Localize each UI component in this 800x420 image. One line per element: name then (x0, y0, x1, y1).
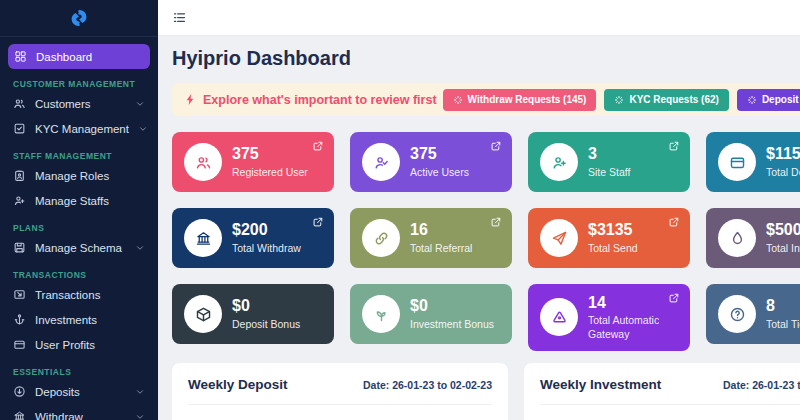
stat-value: $0 (410, 297, 494, 315)
stat-card-total-deposit[interactable]: $1155Total Deposit (706, 132, 800, 192)
panel-date-range: Date: 26-01-23 to 02-02-23 (363, 379, 492, 391)
stat-card-total-tickets[interactable]: 8Total Tickets (706, 284, 800, 344)
sidebar-item-investments[interactable]: Investments (0, 307, 158, 332)
wallet-icon (718, 143, 756, 181)
banner-button-deposit-requests[interactable]: Deposit Requests (737, 89, 800, 111)
external-link-icon[interactable] (490, 216, 502, 228)
stat-value: $1155 (766, 145, 800, 163)
panel-header: Weekly InvestmentDate: 26-01-23 to 02-02… (540, 377, 800, 405)
stat-text: 16Total Referral (410, 221, 472, 255)
stat-card-total-automatic-gateway[interactable]: 14Total Automatic Gateway (528, 284, 690, 351)
sidebar: DashboardCUSTOMER MANAGEMENTCustomersKYC… (0, 0, 158, 420)
stat-value: 16 (410, 221, 472, 239)
stat-text: $200Total Withdraw (232, 221, 301, 255)
stat-value: $200 (232, 221, 301, 239)
nav-section-label: PLANS (13, 223, 145, 233)
logo[interactable] (0, 0, 158, 37)
banner-button-kyc-requests-62[interactable]: KYC Requests (62) (604, 89, 728, 111)
lightning-icon (184, 93, 197, 106)
hyiprio-logo-icon (68, 7, 90, 29)
stat-label: Deposit Bonus (232, 318, 300, 331)
sidebar-item-label: User Profits (35, 339, 95, 351)
stat-text: 8Total Tickets (766, 297, 800, 331)
stat-text: 14Total Automatic Gateway (588, 294, 676, 341)
stat-card-investment-bonus[interactable]: $0Investment Bonus (350, 284, 512, 344)
exchange-icon (13, 288, 26, 301)
page-title: Hyiprio Dashboard (172, 47, 800, 70)
panel-title: Weekly Investment (540, 377, 661, 392)
menu-icon[interactable] (172, 10, 187, 25)
panel-weekly-investment: Weekly InvestmentDate: 26-01-23 to 02-02… (524, 363, 800, 420)
panel-header: Weekly DepositDate: 26-01-23 to 02-02-23 (188, 377, 492, 405)
sidebar-item-kyc-management[interactable]: KYC Management (0, 116, 158, 141)
sidebar-item-manage-roles[interactable]: Manage Roles (0, 163, 158, 188)
sidebar-item-user-profits[interactable]: User Profits (0, 332, 158, 357)
link-icon (362, 219, 400, 257)
drop-icon (718, 219, 756, 257)
stat-cards-grid: 375Registered User375Active Users3Site S… (172, 132, 800, 351)
sidebar-item-label: Manage Roles (35, 170, 109, 182)
sidebar-item-deposits[interactable]: Deposits (0, 379, 158, 404)
stat-label: Site Staff (588, 166, 630, 179)
plant-icon (362, 295, 400, 333)
stat-text: 375Registered User (232, 145, 308, 179)
external-link-icon[interactable] (490, 140, 502, 152)
stat-label: Active Users (410, 166, 469, 179)
banner-button-label: Deposit Requests (762, 94, 800, 105)
stat-card-total-send[interactable]: $3135Total Send (528, 208, 690, 268)
main-area: Hyiprio Dashboard Explore what's importa… (158, 0, 800, 420)
stat-value: $0 (232, 297, 300, 315)
stat-label: Total Automatic Gateway (588, 314, 676, 340)
app-root: DashboardCUSTOMER MANAGEMENTCustomersKYC… (0, 0, 800, 420)
external-link-icon[interactable] (312, 216, 324, 228)
stat-card-total-referral[interactable]: 16Total Referral (350, 208, 512, 268)
banner-button-label: Withdraw Requests (145) (468, 94, 587, 105)
anchor-icon (13, 313, 26, 326)
send-icon (540, 219, 578, 257)
stat-card-deposit-bonus[interactable]: $0Deposit Bonus (172, 284, 334, 344)
stat-card-site-staff[interactable]: 3Site Staff (528, 132, 690, 192)
external-link-icon[interactable] (668, 292, 680, 304)
loop-icon (540, 298, 578, 336)
external-link-icon[interactable] (668, 140, 680, 152)
sidebar-item-label: Dashboard (36, 51, 92, 63)
stat-text: $0Investment Bonus (410, 297, 494, 331)
sidebar-item-customers[interactable]: Customers (0, 91, 158, 116)
sidebar-item-manage-staffs[interactable]: Manage Staffs (0, 188, 158, 213)
sidebar-item-withdraw[interactable]: Withdraw (0, 404, 158, 420)
chevron-down-icon (135, 99, 145, 109)
chevron-down-icon (135, 387, 145, 397)
nav-section-label: ESSENTIALS (13, 367, 145, 377)
stat-text: 375Active Users (410, 145, 469, 179)
sidebar-item-manage-schema[interactable]: Manage Schema (0, 235, 158, 260)
wallet-icon (13, 338, 26, 351)
sidebar-item-transactions[interactable]: Transactions (0, 282, 158, 307)
sun-icon (453, 95, 463, 105)
stat-value: 375 (410, 145, 469, 163)
stat-label: Registered User (232, 166, 308, 179)
users-icon (184, 143, 222, 181)
chevron-down-icon (135, 243, 145, 253)
user-plus-icon (13, 194, 26, 207)
stat-label: Total Tickets (766, 318, 800, 331)
user-check-icon (362, 143, 400, 181)
panel-title: Weekly Deposit (188, 377, 288, 392)
stat-card-total-investment[interactable]: $500Total Investment (706, 208, 800, 268)
sun-icon (747, 95, 757, 105)
stat-card-registered-user[interactable]: 375Registered User (172, 132, 334, 192)
sidebar-item-dashboard[interactable]: Dashboard (8, 44, 150, 69)
banner-text: Explore what's important to review first (203, 93, 437, 107)
sidebar-item-label: Transactions (35, 289, 100, 301)
panel-weekly-deposit: Weekly DepositDate: 26-01-23 to 02-02-23 (172, 363, 508, 420)
banner-button-withdraw-requests-145[interactable]: Withdraw Requests (145) (443, 89, 597, 111)
sidebar-item-label: Deposits (35, 386, 80, 398)
sidebar-item-label: Manage Staffs (35, 195, 109, 207)
external-link-icon[interactable] (312, 140, 324, 152)
stat-label: Total Deposit (766, 166, 800, 179)
external-link-icon[interactable] (668, 216, 680, 228)
review-banner: Explore what's important to review first… (172, 83, 800, 116)
stat-card-active-users[interactable]: 375Active Users (350, 132, 512, 192)
stat-label: Total Investment (766, 242, 800, 255)
stat-card-total-withdraw[interactable]: $200Total Withdraw (172, 208, 334, 268)
users-icon (13, 97, 26, 110)
